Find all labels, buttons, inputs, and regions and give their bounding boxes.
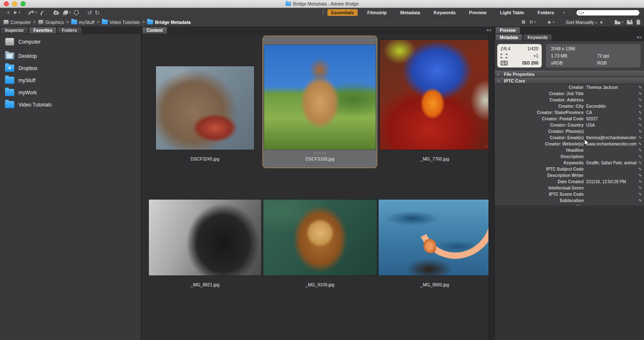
metadata-panel-menu-icon[interactable]: ▾≡ [637, 35, 642, 39]
edit-pencil-icon[interactable]: ✎ [636, 148, 644, 153]
field-value[interactable]: Theresa Jackson [584, 85, 636, 90]
tab-inspector[interactable]: Inspector [0, 27, 29, 34]
search-scope-caret-icon[interactable]: ▾ [582, 11, 584, 15]
breadcrumb-item-bridge-metadata[interactable]: Bridge Metadata [147, 20, 191, 25]
workspace-tab-preview[interactable]: Preview [465, 9, 491, 16]
edit-pencil-icon[interactable]: ✎ [636, 98, 644, 102]
thumbnail-cell-dscf3168-jpg[interactable]: ~DSCF3168.jpg [262, 36, 377, 168]
thumbnail-filename[interactable]: _MG_9500.jpg [421, 282, 449, 288]
open-folder-button[interactable]: ▾ [614, 20, 623, 25]
sidebar-item-dropbox[interactable]: Dropbox [0, 62, 141, 74]
gorilla-photo-thumbnail[interactable]: ~ [149, 200, 261, 275]
sidebar-item-mystuff[interactable]: myStuff [0, 74, 141, 86]
new-folder-button[interactable] [626, 19, 633, 25]
edit-pencil-icon[interactable]: ✎ [636, 135, 644, 140]
edit-pencil-icon[interactable]: ✎ [636, 154, 644, 159]
sort-menu-button[interactable]: Sort Manually ▾ [566, 20, 597, 25]
edit-pencil-icon[interactable]: ✎ [636, 85, 644, 90]
edit-pencil-icon[interactable]: ✎ [636, 192, 644, 197]
sidebar-item-desktop[interactable]: Desktop [0, 50, 141, 62]
quality-dropdown-caret-icon[interactable]: ▾ [534, 20, 536, 24]
forward-button[interactable]: ▾ [13, 10, 20, 15]
sidebar-item-mywork[interactable]: myWork [0, 86, 141, 99]
sidebar-item-video-tutorials[interactable]: Video Tutorials [0, 99, 141, 111]
tab-favorites[interactable]: Favorites [29, 27, 57, 34]
workspace-tab-keywords[interactable]: Keywords [430, 9, 460, 16]
edit-pencil-icon[interactable]: ✎ [636, 91, 644, 96]
field-value[interactable]: CA [584, 110, 636, 115]
recent-items-button[interactable]: ▾ [28, 10, 37, 16]
field-value[interactable]: theresa@orchardviewcolor.com [584, 135, 636, 140]
search-box[interactable]: ▾ [576, 10, 640, 16]
rotate-cw-button[interactable]: ↻ [95, 10, 100, 16]
breadcrumb-item-graphics[interactable]: Graphics [38, 20, 64, 25]
nav-dropdown-caret-icon[interactable]: ▾ [18, 11, 20, 14]
breadcrumb-item-computer[interactable]: Computer [3, 20, 31, 25]
thumbnail-cell-mg-7760-jpg[interactable]: ~_MG_7760.jpg [377, 36, 492, 168]
open-in-camera-raw-button[interactable] [73, 10, 79, 16]
bird-photo-thumbnail[interactable]: ~ [380, 40, 490, 150]
breadcrumb-item-mystuff[interactable]: myStuff [71, 20, 94, 25]
thumbnail-quality-hq-icon[interactable] [529, 20, 533, 24]
zoom-button[interactable] [21, 1, 26, 6]
edit-pencil-icon[interactable]: ✎ [636, 110, 644, 115]
tab-folders[interactable]: Folders [57, 27, 81, 34]
edit-pencil-icon[interactable]: ✎ [636, 179, 644, 184]
edit-pencil-icon[interactable]: ✎ [636, 142, 644, 146]
refine-button[interactable]: ▾ [62, 10, 71, 16]
thumbnail-filename[interactable]: _MG_9109.jpg [306, 282, 335, 288]
thumbnail-filename[interactable]: _MG_7760.jpg [421, 156, 449, 162]
lion-photo-thumbnail[interactable]: ~ [263, 200, 377, 275]
thumbnail-cell-mg-9109-jpg[interactable]: ~_MG_9109.jpg [262, 197, 377, 294]
thumbnail-cell-mg-9500-jpg[interactable]: ~_MG_9500.jpg [377, 197, 492, 294]
camera-download-button[interactable] [53, 10, 60, 16]
workspace-tab-folders[interactable]: Folders [534, 9, 558, 16]
tab-preview[interactable]: Preview [495, 27, 520, 34]
workspace-grip-handle[interactable] [322, 10, 324, 15]
edit-pencil-icon[interactable]: ✎ [636, 123, 644, 127]
close-button[interactable] [4, 1, 9, 6]
back-button[interactable] [5, 10, 10, 15]
rating-dots[interactable] [314, 151, 325, 155]
thumbnail-cell-dscf3245-jpg[interactable]: ~DSCF3245.jpg [148, 36, 262, 168]
edit-pencil-icon[interactable]: ✎ [636, 198, 644, 203]
expand-triangle-icon[interactable]: ▸ [498, 73, 501, 76]
thumbnail-filename[interactable]: DSCF3245.jpg [191, 156, 220, 162]
sidebar-item-computer[interactable]: Computer [0, 36, 141, 48]
field-value[interactable]: www.orchardviewcolor.com [584, 142, 636, 146]
section-header-file-properties[interactable]: ▸File Properties [495, 71, 644, 78]
thumbnail-cell-mg-8821-jpg[interactable]: ~_MG_8821.jpg [148, 197, 262, 294]
edit-pencil-icon[interactable]: ✎ [636, 117, 644, 121]
field-value[interactable]: Giraffe; Safari Park; animal [584, 161, 636, 165]
giraffe-photo-thumbnail[interactable]: ~ [264, 45, 376, 150]
section-header-iptc-core[interactable]: ▾IPTC Core [495, 78, 644, 84]
edit-pencil-icon[interactable]: ✎ [636, 186, 644, 190]
tab-metadata-keywords[interactable]: Keywords [523, 34, 552, 41]
thumbnail-filename[interactable]: _MG_8821.jpg [191, 282, 220, 288]
sort-ascending-toggle[interactable]: ∧ [600, 20, 603, 24]
collapse-triangle-icon[interactable]: ▾ [498, 79, 501, 83]
tab-metadata-metadata[interactable]: Metadata [495, 34, 522, 41]
boomerang-button[interactable] [39, 10, 45, 16]
field-value[interactable]: Escondido [584, 104, 636, 109]
edit-pencil-icon[interactable]: ✎ [636, 129, 644, 134]
thumbnail-filename[interactable]: DSCF3168.jpg [306, 156, 335, 162]
workspace-tab-light-table[interactable]: Light Table [496, 9, 528, 16]
tab-content[interactable]: Content [142, 27, 167, 34]
workspace-dropdown-caret-icon[interactable]: ▾ [563, 11, 565, 15]
workspace-tab-essentials[interactable]: Essentials [327, 9, 358, 16]
edit-pencil-icon[interactable]: ✎ [636, 167, 644, 171]
flamingo-photo-thumbnail[interactable]: ~ [379, 200, 491, 275]
field-value[interactable]: 2/11/16, 12:50:28 PM [584, 179, 636, 184]
delete-button[interactable] [636, 19, 641, 25]
rhino-photo-thumbnail[interactable]: ~ [156, 66, 254, 150]
minimize-button[interactable] [12, 1, 17, 6]
workspace-tab-metadata[interactable]: Metadata [397, 9, 424, 16]
edit-pencil-icon[interactable]: ✎ [636, 104, 644, 109]
content-scrollbar[interactable] [488, 34, 494, 340]
workspace-tab-filmstrip[interactable]: Filmstrip [364, 9, 390, 16]
rotate-ccw-button[interactable]: ↺ [87, 10, 92, 16]
field-value[interactable]: USA [584, 123, 636, 127]
content-panel-menu-icon[interactable]: ▾≡ [487, 28, 492, 32]
breadcrumb-item-video-tutorials[interactable]: Video Tutorials [102, 20, 140, 25]
